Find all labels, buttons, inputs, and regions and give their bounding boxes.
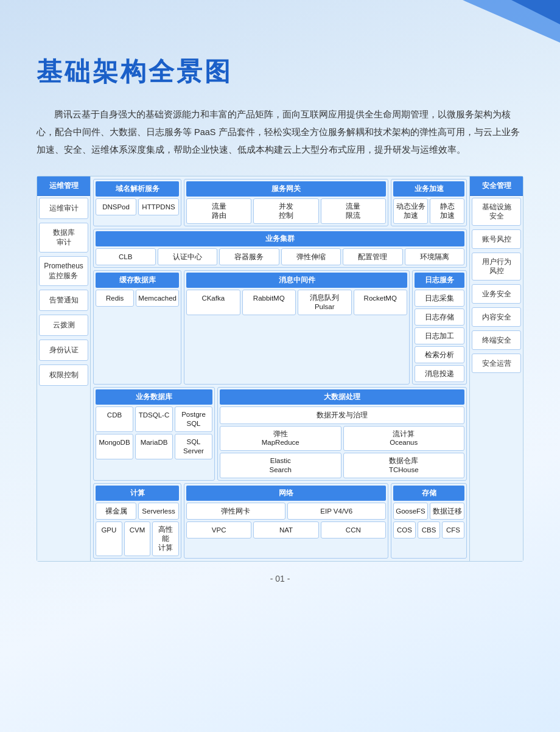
cluster-item-5: 配置管理 <box>343 248 403 265</box>
log-item-1: 日志采集 <box>415 290 464 307</box>
left-col-header: 运维管理 <box>37 176 90 196</box>
bizdb-row2: MongoDB MariaDB SQLServer <box>96 434 212 459</box>
right-item-6: 终端安全 <box>472 330 521 350</box>
bizdb-item-4: MongoDB <box>96 434 133 459</box>
left-item-6: 身份认证 <box>39 340 88 361</box>
bigdata-item-1: 弹性MapReduce <box>220 426 341 451</box>
biz-accel-header: 业务加速 <box>393 181 464 197</box>
compute-net-storage-row: 计算 裸金属 Serverless GPU CVM 高性能计算 网 <box>93 483 467 559</box>
gateway-item-1: 流量路由 <box>186 198 251 224</box>
cache-section: 缓存数据库 Redis Memcached <box>93 270 181 385</box>
log-items: 日志采集 日志存储 日志加工 检索分析 消息投递 <box>415 290 464 382</box>
storage-row1: GooseFS 数据迁移 <box>393 503 464 520</box>
cache-msg-log-row: 缓存数据库 Redis Memcached 消息中间件 CKafka Rabbi… <box>93 270 467 385</box>
bigdata-row1: 弹性MapReduce 流计算Oceanus <box>220 426 464 451</box>
cluster-section: 业务集群 CLB 认证中心 容器服务 弹性伸缩 配置管理 环境隔离 <box>93 229 467 268</box>
domain-item-2: HTTPDNS <box>138 198 179 215</box>
message-header: 消息中间件 <box>186 273 407 288</box>
right-item-7: 安全运营 <box>472 354 521 373</box>
biz-accel-item-2: 静态加速 <box>430 198 464 224</box>
gateway-section: 服务网关 流量路由 并发控制 流量限流 <box>184 179 388 226</box>
page-footer: - 01 - <box>37 574 523 584</box>
msg-item-1: CKafka <box>186 290 240 315</box>
network-item-2: EIP V4/V6 <box>287 503 387 520</box>
log-item-3: 日志加工 <box>415 327 464 344</box>
storage-item-2: 数据迁移 <box>430 503 464 520</box>
arch-diagram: 运维管理 运维审计 数据库审计 Prometheus监控服务 告警通知 云拨测 … <box>37 176 523 562</box>
bizdb-item-6: SQLServer <box>175 434 212 459</box>
storage-item-4: CBS <box>418 521 440 539</box>
cache-item-1: Redis <box>96 290 134 307</box>
msg-item-2: RabbitMQ <box>242 290 296 315</box>
domain-section: 域名解析服务 DNSPod HTTPDNS <box>93 179 181 226</box>
right-item-4: 业务安全 <box>472 284 521 304</box>
page-title: 基础架构全景图 <box>37 55 523 89</box>
network-section: 网络 弹性网卡 EIP V4/V6 VPC NAT CCN <box>184 483 388 559</box>
domain-item-1: DNSPod <box>96 198 136 215</box>
msg-item-4: RocketMQ <box>354 290 408 315</box>
log-item-4: 检索分析 <box>415 346 464 363</box>
bizdb-header: 业务数据库 <box>96 389 212 405</box>
log-header: 日志服务 <box>415 273 464 288</box>
cluster-header: 业务集群 <box>96 231 464 246</box>
network-header: 网络 <box>186 486 386 501</box>
main-grid: 运维管理 运维审计 数据库审计 Prometheus监控服务 告警通知 云拨测 … <box>37 176 523 562</box>
biz-accel-items: 动态业务加速 静态加速 <box>393 198 464 224</box>
log-item-2: 日志存储 <box>415 308 464 326</box>
cache-header: 缓存数据库 <box>96 273 179 288</box>
cluster-item-1: CLB <box>96 248 156 265</box>
network-item-4: NAT <box>253 521 318 539</box>
storage-section: 存储 GooseFS 数据迁移 COS CBS CFS <box>391 483 467 559</box>
network-row2: VPC NAT CCN <box>186 521 386 539</box>
bigdata-header: 大数据处理 <box>220 389 464 405</box>
bizdb-item-1: CDB <box>96 406 133 432</box>
right-col: 安全管理 基础设施安全 账号风控 用户行为风控 业务安全 内容安全 终端安全 安… <box>469 176 523 561</box>
message-items: CKafka RabbitMQ 消息队列Pulsar RocketMQ <box>186 290 407 315</box>
gateway-item-3: 流量限流 <box>321 198 386 224</box>
network-row1: 弹性网卡 EIP V4/V6 <box>186 503 386 520</box>
network-item-5: CCN <box>321 521 386 539</box>
middle-col: 域名解析服务 DNSPod HTTPDNS 服务网关 流量路由 并发控制 流量限… <box>91 176 469 561</box>
right-item-5: 内容安全 <box>472 307 521 327</box>
log-section: 日志服务 日志采集 日志存储 日志加工 检索分析 消息投递 <box>412 270 467 385</box>
compute-section: 计算 裸金属 Serverless GPU CVM 高性能计算 <box>93 483 181 559</box>
storage-row2: COS CBS CFS <box>393 521 464 539</box>
bigdata-row2: ElasticSearch 数据仓库TCHouse <box>220 453 464 478</box>
gateway-header: 服务网关 <box>186 181 386 197</box>
right-item-2: 账号风控 <box>472 229 521 249</box>
domain-items: DNSPod HTTPDNS <box>96 198 179 215</box>
bigdata-item-2: 流计算Oceanus <box>343 426 465 451</box>
network-item-1: 弹性网卡 <box>186 503 285 520</box>
bizdb-item-2: TDSQL-C <box>135 406 173 432</box>
right-item-1: 基础设施安全 <box>472 198 521 226</box>
storage-item-3: COS <box>393 521 416 539</box>
top-row: 域名解析服务 DNSPod HTTPDNS 服务网关 流量路由 并发控制 流量限… <box>93 179 467 226</box>
biz-accel-item-1: 动态业务加速 <box>393 198 428 224</box>
log-item-5: 消息投递 <box>415 365 464 382</box>
storage-header: 存储 <box>393 486 464 501</box>
bizdb-bigdata-row: 业务数据库 CDB TDSQL-C PostgreSQL MongoDB Mar… <box>93 387 467 481</box>
right-item-3: 用户行为风控 <box>472 253 521 281</box>
left-item-3: Prometheus监控服务 <box>39 256 88 286</box>
bigdata-item-4: 数据仓库TCHouse <box>343 453 465 478</box>
compute-header: 计算 <box>96 486 179 501</box>
left-item-7: 权限控制 <box>39 364 88 386</box>
left-item-5: 云拨测 <box>39 315 88 336</box>
right-col-header: 安全管理 <box>470 176 523 196</box>
cluster-items: CLB 认证中心 容器服务 弹性伸缩 配置管理 环境隔离 <box>96 248 464 265</box>
left-item-2: 数据库审计 <box>39 223 88 253</box>
network-item-3: VPC <box>186 521 251 539</box>
msg-item-3: 消息队列Pulsar <box>298 290 352 315</box>
bizdb-section: 业务数据库 CDB TDSQL-C PostgreSQL MongoDB Mar… <box>93 387 215 481</box>
domain-header: 域名解析服务 <box>96 181 179 197</box>
cache-items: Redis Memcached <box>96 290 179 307</box>
gateway-items: 流量路由 并发控制 流量限流 <box>186 198 386 224</box>
compute-item-3: GPU <box>96 521 122 556</box>
bigdata-top: 数据开发与治理 <box>220 406 464 424</box>
bizdb-item-5: MariaDB <box>135 434 173 459</box>
bigdata-item-3: ElasticSearch <box>220 453 341 478</box>
compute-row2: GPU CVM 高性能计算 <box>96 521 179 556</box>
message-section: 消息中间件 CKafka RabbitMQ 消息队列Pulsar RocketM… <box>184 270 410 385</box>
intro-text: 腾讯云基于自身强大的基础资源能力和丰富的产品矩阵，面向互联网应用提供全生命周期管… <box>37 106 523 159</box>
compute-item-4: CVM <box>124 521 151 556</box>
